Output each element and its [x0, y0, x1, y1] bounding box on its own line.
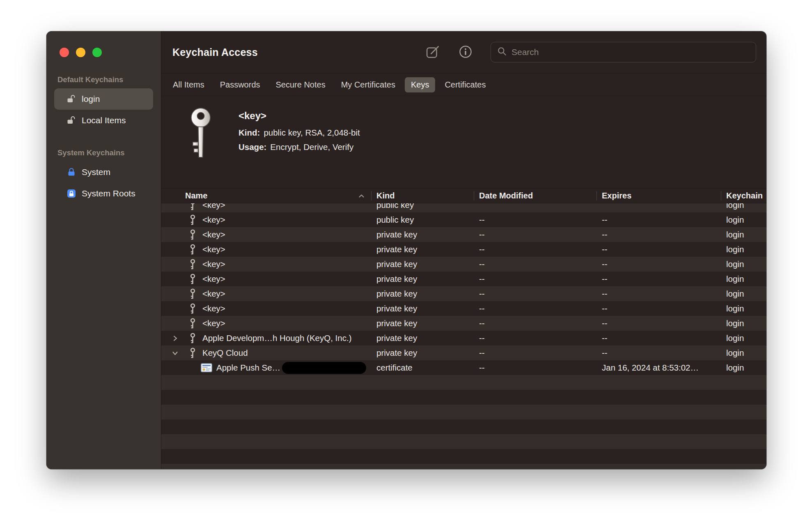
kind-cell: private key [371, 316, 474, 331]
expires-cell: -- [596, 227, 721, 242]
sidebar-item-login[interactable]: login [54, 88, 153, 110]
unlock-icon [67, 115, 76, 125]
table-row[interactable]: Apple Push Se…certificate--Jan 16, 2024 … [161, 360, 766, 375]
column-header-expires[interactable]: Expires [596, 189, 721, 203]
date-modified-cell: -- [474, 360, 596, 375]
items-table: NameKindDate ModifiedExpiresKeychain <ke… [161, 188, 766, 469]
table-row[interactable]: Apple Developm…h Hough (KeyQ, Inc.)priva… [161, 331, 766, 346]
chevron-right-icon[interactable] [172, 335, 187, 341]
date-modified-cell: -- [474, 286, 596, 301]
keychain-cell: login [721, 360, 766, 375]
window-title: Keychain Access [172, 46, 258, 58]
search-input[interactable] [512, 47, 750, 57]
keychain-cell: login [721, 272, 766, 286]
detail-usage-line: Usage:Encrypt, Derive, Verify [239, 142, 360, 152]
table-body: <key>public keylogin<key>public key----l… [161, 203, 766, 469]
key-icon [187, 347, 198, 359]
info-icon [459, 45, 473, 60]
sidebar: Default KeychainsloginLocal ItemsSystem … [46, 31, 161, 469]
toolbar: Keychain Access [161, 31, 766, 74]
keychain-cell: login [721, 242, 766, 257]
item-name: KeyQ Cloud [202, 348, 248, 358]
date-modified-cell: -- [474, 212, 596, 227]
table-row[interactable]: <key>private key----login [161, 227, 766, 242]
empty-row [161, 405, 766, 419]
table-row[interactable]: <key>private key----login [161, 272, 766, 286]
compose-icon [426, 44, 440, 60]
column-header-name[interactable]: Name [161, 189, 371, 203]
kind-cell: private key [371, 242, 474, 257]
table-header: NameKindDate ModifiedExpiresKeychain [161, 188, 766, 203]
key-icon [187, 229, 198, 240]
date-modified-cell: -- [474, 257, 596, 272]
compose-button[interactable] [426, 44, 440, 60]
key-icon [187, 288, 198, 300]
table-row[interactable]: <key>private key----login [161, 316, 766, 331]
table-row[interactable]: KeyQ Cloudprivate key----login [161, 346, 766, 360]
empty-row [161, 434, 766, 449]
sidebar-item-local-items[interactable]: Local Items [54, 110, 153, 131]
kind-cell: public key [371, 212, 474, 227]
column-header-date-modified[interactable]: Date Modified [474, 189, 596, 203]
name-cell: <key> [161, 301, 371, 316]
keychain-cell: login [721, 286, 766, 301]
chevron-down-icon[interactable] [172, 350, 187, 356]
tab-certificates[interactable]: Certificates [438, 77, 492, 92]
keychain-cell: login [721, 316, 766, 331]
sidebar-section: System KeychainsSystemSystem Roots [54, 148, 153, 204]
kind-cell: private key [371, 286, 474, 301]
name-cell: <key> [161, 212, 371, 227]
tab-secure-notes[interactable]: Secure Notes [270, 77, 332, 92]
detail-usage-label: Usage: [239, 142, 266, 152]
expires-cell: -- [596, 272, 721, 286]
table-row[interactable]: <key>private key----login [161, 301, 766, 316]
table-row[interactable]: <key>private key----login [161, 286, 766, 301]
item-name: <key> [202, 318, 225, 328]
tab-passwords[interactable]: Passwords [214, 77, 266, 92]
table-row[interactable]: <key>public key----login [161, 212, 766, 227]
tab-my-certificates[interactable]: My Certificates [335, 77, 401, 92]
key-icon-large [186, 107, 216, 188]
expires-cell: -- [596, 316, 721, 331]
keychain-cell: login [721, 301, 766, 316]
date-modified-cell: -- [474, 316, 596, 331]
info-button[interactable] [459, 45, 473, 60]
search-field[interactable] [491, 42, 756, 62]
date-modified-cell: -- [474, 272, 596, 286]
item-name: <key> [202, 274, 225, 284]
minimize-button[interactable] [76, 48, 85, 57]
column-header-keychain[interactable]: Keychain [721, 189, 766, 203]
desktop-background: Default KeychainsloginLocal ItemsSystem … [0, 0, 812, 530]
table-row[interactable]: <key>private key----login [161, 257, 766, 272]
sidebar-item-label: Local Items [82, 115, 126, 125]
search-icon [497, 46, 507, 58]
item-name: <key> [202, 203, 225, 210]
tab-keys[interactable]: Keys [405, 77, 435, 92]
keychain-cell: login [721, 212, 766, 227]
table-row[interactable]: <key>public keylogin [161, 203, 766, 212]
table-row[interactable]: <key>private key----login [161, 242, 766, 257]
tab-all-items[interactable]: All Items [167, 77, 211, 92]
kind-cell: public key [371, 203, 474, 212]
sidebar-item-system[interactable]: System [54, 161, 153, 183]
column-header-kind[interactable]: Kind [371, 189, 474, 203]
name-cell: KeyQ Cloud [161, 346, 371, 360]
keychain-access-window: Default KeychainsloginLocal ItemsSystem … [46, 31, 766, 469]
keychain-cell: login [721, 257, 766, 272]
key-icon [187, 258, 198, 270]
zoom-button[interactable] [92, 48, 102, 57]
sidebar-item-system-roots[interactable]: System Roots [54, 183, 153, 204]
item-name: Apple Developm…h Hough (KeyQ, Inc.) [202, 333, 351, 343]
date-modified-cell: -- [474, 227, 596, 242]
item-name: <key> [202, 230, 225, 240]
close-button[interactable] [60, 48, 69, 57]
kind-cell: private key [371, 346, 474, 360]
certificate-icon [201, 363, 212, 372]
unlock-icon [67, 94, 76, 104]
expires-cell: -- [596, 212, 721, 227]
name-cell: <key> [161, 272, 371, 286]
item-name: <key> [202, 304, 225, 313]
category-tabs: All ItemsPasswordsSecure NotesMy Certifi… [161, 74, 766, 96]
date-modified-cell: -- [474, 242, 596, 257]
kind-cell: private key [371, 331, 474, 346]
